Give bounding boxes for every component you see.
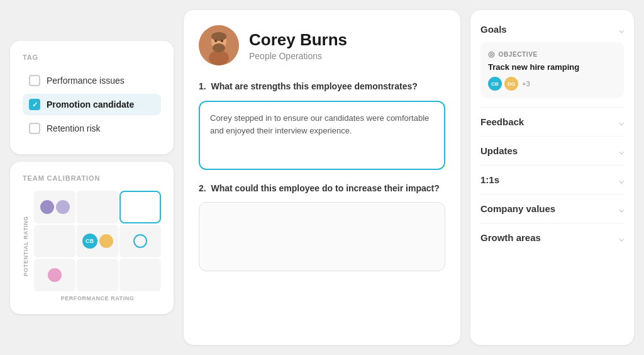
grid-cell-r3c3 [119, 259, 161, 291]
question-1-label: What are strengths this employee demonst… [211, 81, 417, 91]
updates-section: Updates ⌵ [480, 137, 624, 166]
ones-chevron: ⌵ [619, 175, 624, 185]
middle-panel: Corey Burns People Operations 1. What ar… [184, 10, 460, 345]
growth-areas-header[interactable]: Growth areas ⌵ [480, 232, 624, 243]
profile-header: Corey Burns People Operations [199, 25, 445, 65]
tag-item-retention[interactable]: Retention risk [23, 118, 161, 139]
question-1-text: 1. What are strengths this employee demo… [199, 81, 445, 93]
objective-tag: ◎ OBJECTIVE [488, 50, 616, 59]
ones-header[interactable]: 1:1s ⌵ [480, 174, 624, 185]
company-values-title: Company values [480, 203, 555, 214]
growth-areas-title: Growth areas [480, 232, 541, 243]
feedback-section: Feedback ⌵ [480, 108, 624, 137]
x-axis-label: PERFORMANCE RATING [34, 295, 161, 301]
profile-info: Corey Burns People Operations [249, 30, 347, 61]
left-panel: TAG Performance issues Promotion candida… [10, 41, 174, 314]
goals-section: Goals ⌵ ◎ OBJECTIVE Track new hire rampi… [480, 15, 624, 108]
objective-tag-text: OBJECTIVE [499, 51, 538, 58]
grid-cell-r1c2 [77, 191, 118, 223]
question-2-number: 2. [199, 183, 206, 193]
objective-icon: ◎ [488, 50, 495, 59]
tag-label-retention: Retention risk [47, 123, 101, 133]
obj-avatar-dg: DG [504, 77, 518, 91]
question-2-section: 2. What could this employee do to increa… [199, 183, 445, 272]
feedback-chevron: ⌵ [619, 117, 624, 127]
tag-label-promotion: Promotion candidate [47, 99, 134, 110]
svg-point-6 [221, 40, 223, 42]
objective-card: ◎ OBJECTIVE Track new hire ramping CB DG… [480, 42, 624, 98]
ones-title: 1:1s [480, 174, 499, 185]
avatar [199, 25, 239, 65]
tag-item-performance[interactable]: Performance issues [23, 70, 161, 91]
dot-yellow-1 [99, 234, 113, 248]
svg-point-2 [209, 50, 229, 65]
grid-cell-r2c2: CB [77, 225, 118, 257]
tag-label-performance: Performance issues [47, 76, 125, 86]
tag-card: TAG Performance issues Promotion candida… [10, 41, 174, 154]
grid-cell-r1c1 [34, 191, 75, 223]
y-axis-label: POTENTIAL RATING [23, 191, 29, 301]
grid-cell-r1c3-highlighted [119, 191, 161, 223]
feedback-header[interactable]: Feedback ⌵ [480, 116, 624, 127]
calibration-grid-wrapper: POTENTIAL RATING CB [23, 191, 161, 301]
goals-header[interactable]: Goals ⌵ [480, 24, 624, 35]
calibration-grid: CB [34, 191, 161, 291]
updates-title: Updates [480, 145, 518, 156]
dot-lavender-1 [56, 200, 70, 214]
avatar-dot-cb: CB [82, 234, 97, 249]
question-1-section: 1. What are strengths this employee demo… [199, 81, 445, 170]
grid-cell-r3c2 [77, 259, 118, 291]
calibration-card: TEAM CALIBRATION POTENTIAL RATING CB [10, 162, 174, 314]
calibration-grid-col: CB PERFORMANCE RATING [34, 191, 161, 301]
growth-areas-chevron: ⌵ [619, 233, 624, 243]
feedback-title: Feedback [480, 116, 524, 127]
company-values-chevron: ⌵ [619, 204, 624, 214]
avatar-svg [199, 25, 239, 65]
company-values-section: Company values ⌵ [480, 194, 624, 223]
right-panel: Goals ⌵ ◎ OBJECTIVE Track new hire rampi… [470, 10, 634, 345]
goals-content: ◎ OBJECTIVE Track new hire ramping CB DG… [480, 42, 624, 98]
growth-areas-section: Growth areas ⌵ [480, 223, 624, 252]
profile-name: Corey Burns [249, 30, 347, 50]
obj-avatar-cb: CB [488, 77, 502, 91]
dot-purple-1 [40, 200, 54, 214]
svg-point-4 [211, 32, 226, 41]
goals-chevron: ⌵ [619, 25, 624, 35]
goals-title: Goals [480, 24, 507, 35]
company-values-header[interactable]: Company values ⌵ [480, 203, 624, 214]
answer-text-1: Corey stepped in to ensure our candidate… [210, 113, 429, 136]
obj-more: +3 [522, 80, 530, 87]
tag-item-promotion[interactable]: Promotion candidate [23, 94, 161, 115]
answer-box-2[interactable] [199, 202, 445, 271]
svg-point-3 [213, 43, 225, 52]
dot-pink-1 [48, 268, 62, 282]
ones-section: 1:1s ⌵ [480, 166, 624, 194]
tag-checkbox-performance[interactable] [29, 75, 40, 86]
grid-cell-r2c3 [119, 225, 161, 257]
profile-department: People Operations [249, 51, 347, 61]
updates-header[interactable]: Updates ⌵ [480, 145, 624, 156]
calibration-title: TEAM CALIBRATION [23, 174, 161, 182]
tag-checkbox-promotion[interactable] [29, 99, 40, 110]
updates-chevron: ⌵ [619, 146, 624, 156]
svg-point-5 [214, 40, 217, 42]
grid-cell-r2c1 [34, 225, 75, 257]
objective-avatars: CB DG +3 [488, 77, 616, 91]
tag-checkbox-retention[interactable] [29, 123, 40, 134]
dot-teal-border-1 [133, 234, 147, 248]
question-1-number: 1. [199, 81, 206, 91]
answer-box-1[interactable]: Corey stepped in to ensure our candidate… [199, 101, 445, 170]
grid-cell-r3c1 [34, 259, 75, 291]
tag-section-title: TAG [23, 54, 161, 61]
objective-title: Track new hire ramping [488, 62, 616, 72]
question-2-text: 2. What could this employee do to increa… [199, 183, 445, 195]
question-2-label: What could this employee do to increase … [211, 183, 439, 193]
